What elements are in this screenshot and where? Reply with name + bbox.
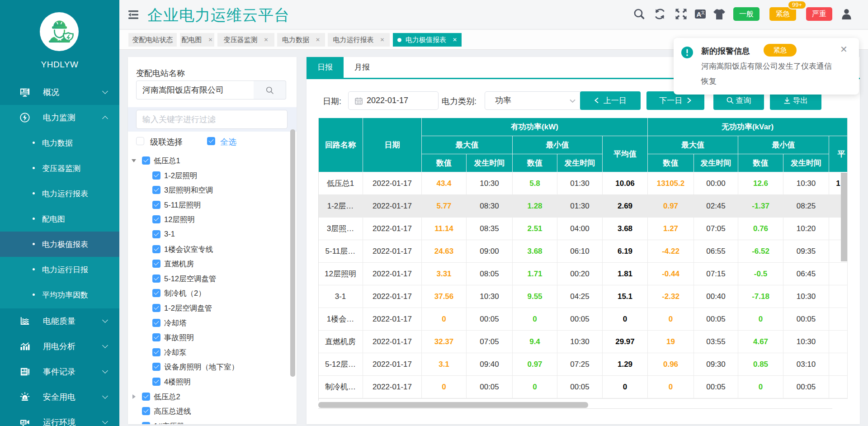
svg-text:文: 文: [701, 10, 705, 15]
